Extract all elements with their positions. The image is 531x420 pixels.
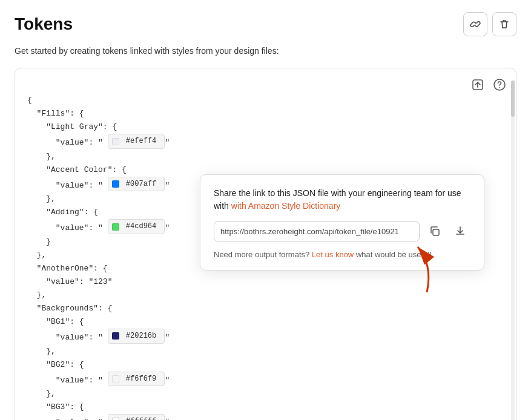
link-button[interactable] [463, 12, 487, 36]
scrollbar-thumb[interactable] [511, 80, 515, 117]
let-us-know-link[interactable]: Let us know [312, 250, 354, 259]
color-chip-light-gray: #efeff4 [108, 134, 165, 148]
color-chip-bg1: #20216b [108, 329, 165, 343]
upload-button[interactable] [470, 77, 486, 96]
card-top-actions [470, 77, 507, 96]
color-chip-adding: #4cd964 [108, 219, 165, 234]
scrollbar-track[interactable] [511, 80, 515, 420]
color-chip-accent: #007aff [108, 177, 165, 191]
token-url-display: https://bothrs.zeroheight.com/api/token_… [214, 221, 420, 241]
color-chip-bg2: #f6f6f9 [108, 372, 165, 386]
page-title: Tokens [15, 15, 73, 34]
svg-point-2 [499, 87, 500, 88]
header-actions [463, 12, 516, 36]
svg-rect-3 [433, 229, 439, 235]
delete-button[interactable] [492, 12, 516, 36]
main-card: { "Fills": { "Light Gray": { "value": " … [15, 68, 516, 420]
help-button[interactable] [492, 77, 507, 96]
share-popup: Share the link to this JSON file with yo… [200, 174, 484, 271]
popup-footer: Need more output formats? Let us know wh… [214, 250, 470, 259]
amazon-style-dict-link[interactable]: with Amazon Style Dictionary [231, 201, 341, 211]
url-row: https://bothrs.zeroheight.com/api/token_… [214, 221, 470, 241]
download-button[interactable] [450, 221, 470, 241]
copy-url-button[interactable] [424, 221, 445, 241]
share-popup-title: Share the link to this JSON file with yo… [214, 187, 470, 212]
color-chip-bg3: #ffffff [108, 414, 165, 420]
subtitle: Get started by creating tokens linked wi… [15, 46, 516, 56]
